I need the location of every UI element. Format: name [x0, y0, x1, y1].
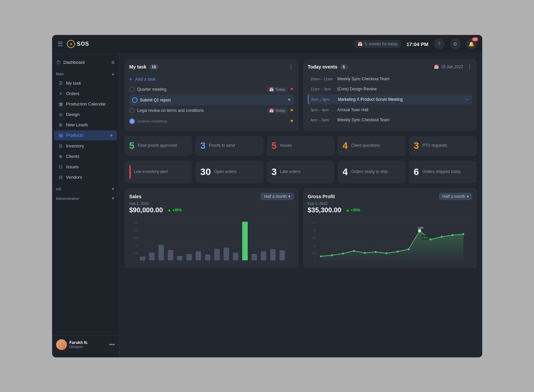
sales-bar-chart: 0 0.5K 1K 1.5K 2K 2.5K	[129, 217, 294, 264]
svg-text:1K: 1K	[135, 244, 137, 247]
user-name: Farukh N.	[70, 340, 107, 345]
task-text: Legal review on terms and conditions	[137, 108, 265, 113]
user-info: Farukh N. Designer	[70, 340, 107, 349]
sidebar-item-clients[interactable]: ⊕ Clients	[54, 151, 117, 161]
main-layout: ⏱ Dashboard ⚙ Main ▲ ☰ My task ≡ Orders …	[52, 54, 482, 357]
events-panel-header: Today events 5 📅 19 Jan,2022 ⋮	[308, 64, 472, 70]
dashboard-row: ⏱ Dashboard ⚙	[52, 58, 119, 67]
stat-label: Issues	[280, 143, 292, 148]
task-flag-icon: ⚑	[287, 98, 291, 102]
svg-point-59	[364, 252, 366, 254]
calendar-icon: 📅	[269, 87, 274, 92]
svg-text:10.03: 10.03	[401, 263, 406, 264]
sidebar-item-label: My task	[66, 81, 81, 86]
gross-profit-line-chart: 0 0.5K 1K 1.5K 2K 2.5K	[308, 217, 472, 264]
sidebar-item-design[interactable]: ◎ Design	[54, 110, 117, 119]
event-item: 10am – 11am Weekly Sync Checkout Team	[308, 74, 472, 84]
event-item-highlighted[interactable]: 2pm – 3pm Marketing X Product Scrum Meet…	[308, 94, 472, 104]
top-panels: My task 15 ⋮ + Add a task Quarter meetin…	[125, 59, 477, 131]
tasks-menu-button[interactable]: ⋮	[288, 64, 294, 70]
sidebar-item-my-task[interactable]: ☰ My task	[54, 78, 117, 88]
event-item: 12am – 2pm (Core) Design Review	[308, 84, 472, 94]
sidebar-item-orders[interactable]: ≡ Orders	[54, 89, 117, 98]
sidebar-item-products[interactable]: ▤ Products +	[54, 130, 117, 140]
logo-text: SOS	[77, 41, 89, 47]
add-task-button[interactable]: + Add a task	[129, 74, 294, 84]
sales-period-selector[interactable]: Half a month ▾	[260, 193, 293, 200]
products-add-icon[interactable]: +	[110, 133, 113, 138]
svg-point-69	[441, 236, 442, 238]
events-menu-button[interactable]: ⋮	[467, 64, 472, 70]
svg-text:9.03: 9.03	[205, 263, 208, 264]
stat-number: 6	[414, 167, 419, 177]
events-panel: Today events 5 📅 19 Jan,2022 ⋮ 10am	[303, 59, 477, 131]
stat-card-pto-requests: 3 PTO requests	[409, 136, 477, 156]
events-count-badge: 5	[340, 64, 347, 70]
sales-chart-header: Sales Half a month ▾	[129, 193, 294, 200]
task-item: Legal review on terms and conditions 📅 T…	[129, 105, 294, 116]
settings-button[interactable]: ⚙	[450, 39, 461, 49]
stat-number: 5	[272, 140, 277, 151]
inventory-icon: ⊟	[58, 143, 64, 148]
event-time: 4pm – 5pm	[311, 118, 334, 122]
svg-text:2.03: 2.03	[139, 263, 143, 264]
user-menu-button[interactable]: •••	[109, 342, 115, 348]
svg-text:2K: 2K	[313, 228, 316, 232]
sidebar-item-label: New Leads	[66, 122, 88, 127]
help-button[interactable]: ?	[434, 39, 445, 49]
svg-point-57	[342, 253, 343, 255]
content-area: My task 15 ⋮ + Add a task Quarter meetin…	[119, 54, 482, 357]
event-item: 3pm – 4pm Annual Town Hall	[308, 105, 472, 115]
svg-rect-15	[168, 250, 173, 260]
svg-text:15.03: 15.03	[448, 263, 453, 264]
charts-row: Sales Half a month ▾ Feb 2, 2022 $90,000…	[125, 188, 477, 268]
svg-rect-16	[177, 256, 182, 260]
svg-text:4.03: 4.03	[158, 263, 162, 264]
dashboard-label: Dashboard	[64, 60, 109, 65]
stat-label: Orders shipped today	[422, 169, 461, 175]
sidebar-item-production-calendar[interactable]: ▦ Production Calendar	[54, 99, 117, 109]
stat-label: PTO requests	[422, 143, 447, 148]
svg-text:7.03: 7.03	[365, 263, 368, 264]
task-checkbox[interactable]	[129, 108, 135, 113]
admin-collapse-icon[interactable]: ▼	[112, 197, 115, 200]
svg-rect-14	[158, 245, 164, 260]
stat-number: 3	[272, 167, 277, 177]
sidebar-item-inventory[interactable]: ⊟ Inventory	[54, 141, 117, 151]
task-checkbox[interactable]	[132, 97, 137, 103]
stat-card-proofs-send: 3 Proofs to send	[196, 136, 263, 156]
gross-profit-chart-panel: Gross Profit Half a month ▾ Feb 2, 2022 …	[303, 188, 477, 268]
svg-text:10.03: 10.03	[214, 263, 219, 264]
stat-card-low-inventory: Low inventory alert	[125, 161, 193, 183]
gross-profit-period-selector[interactable]: Half a month ▾	[439, 193, 472, 200]
topbar: ☰ ✳ SOS 📅 5 events for today 17:04 PM ? …	[52, 35, 482, 54]
stat-number: 4	[342, 167, 348, 177]
task-checkbox[interactable]	[129, 119, 135, 124]
svg-point-60	[375, 251, 376, 253]
section-collapse-icon[interactable]: ▲	[112, 72, 115, 76]
user-role: Designer	[70, 345, 107, 349]
hr-collapse-icon[interactable]: ▼	[112, 187, 115, 191]
svg-rect-17	[186, 254, 192, 260]
sidebar-item-issues[interactable]: ⊡ Issues	[54, 162, 117, 172]
svg-text:3.03: 3.03	[327, 263, 331, 264]
sidebar-item-vendors[interactable]: ⊟ Vendors	[54, 172, 117, 182]
sales-amount-value: $90,000.00	[129, 206, 163, 214]
svg-point-55	[320, 255, 322, 257]
notifications-button[interactable]: 🔔 23	[466, 39, 477, 49]
gross-profit-period-label: Half a month	[442, 194, 465, 199]
tasks-panel-title: My task 15	[129, 64, 159, 70]
svg-point-61	[386, 252, 387, 254]
products-icon: ▤	[58, 133, 64, 138]
events-title-text: Today events	[308, 64, 337, 70]
events-today-badge[interactable]: 📅 5 events for today	[354, 40, 401, 48]
stat-card-orders-shipped: 6 Orders shipped today	[409, 161, 477, 183]
task-checkbox[interactable]	[129, 87, 135, 92]
dashboard-settings-icon[interactable]: ⚙	[111, 60, 115, 65]
event-name: Annual Town Hall	[337, 107, 469, 112]
calendar-icon: 📅	[269, 108, 274, 113]
stat-number: 4	[342, 140, 348, 151]
sidebar-item-new-leads[interactable]: ⊞ New Leads	[54, 120, 117, 130]
hamburger-icon[interactable]: ☰	[57, 40, 63, 48]
events-count: 5	[365, 42, 367, 46]
